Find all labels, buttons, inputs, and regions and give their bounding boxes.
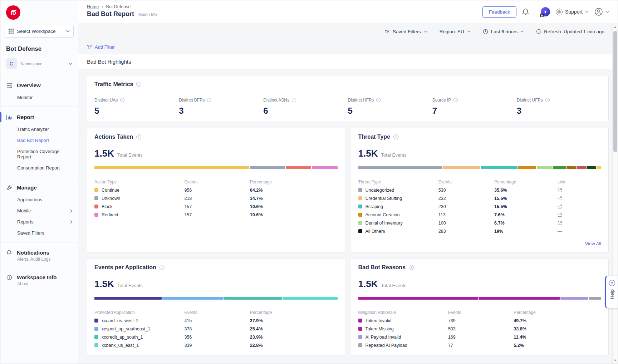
clock-icon xyxy=(483,29,488,34)
column-header: Events xyxy=(448,310,514,315)
support-menu[interactable]: @ Support xyxy=(556,9,589,15)
sidebar-item[interactable]: Consumption Report xyxy=(0,162,78,173)
table-row: Uncategorized 530 35.6% xyxy=(358,186,602,194)
legend-swatch xyxy=(358,327,362,331)
bar-segment xyxy=(286,166,311,169)
bar-segment xyxy=(250,166,285,169)
refresh-button[interactable]: Refresh: Updated 1 min ago xyxy=(536,29,604,34)
external-link-icon[interactable] xyxy=(558,196,601,201)
total-events-value: 1.5K xyxy=(94,148,114,159)
saved-filters-dropdown[interactable]: Saved Filters xyxy=(384,29,427,34)
bell-icon xyxy=(6,250,12,256)
chevron-down-icon xyxy=(605,11,609,13)
namespace-selector[interactable]: C Namespace xyxy=(0,55,78,75)
breadcrumb-home[interactable]: Home xyxy=(87,4,99,9)
external-link-icon[interactable] xyxy=(558,213,601,217)
sidebar-item[interactable]: Protection Coverage Report xyxy=(0,146,78,162)
scrollbar-thumb[interactable] xyxy=(613,31,617,152)
table-row: All Others 283 19% — xyxy=(358,227,602,235)
guide-me-link[interactable]: Guide Me xyxy=(138,12,157,17)
column-header: Percentage xyxy=(250,179,338,185)
bad-bot-reasons-card: Bad Bot Reasons 1.5K Total Events Mitiga… xyxy=(351,258,609,355)
f5-logo[interactable]: f5 xyxy=(0,0,78,21)
refresh-icon xyxy=(536,29,541,34)
sidebar: f5 Select Workspace Bot Defense C Namesp… xyxy=(0,0,78,364)
table-row: Account Creation 113 7.6% xyxy=(358,211,602,219)
table-row: AI Payload Invalid 169 11.4% xyxy=(358,333,602,341)
external-link-icon[interactable] xyxy=(558,188,601,192)
info-icon[interactable] xyxy=(393,134,398,139)
sidebar-item[interactable]: Reports xyxy=(0,216,78,227)
view-all-link[interactable]: View All xyxy=(358,241,602,246)
help-tab[interactable]: ? Help xyxy=(605,276,618,309)
bar-segment xyxy=(224,297,282,300)
card-title: Actions Taken xyxy=(94,134,133,140)
feedback-button[interactable]: Feedback xyxy=(482,6,516,18)
info-icon[interactable] xyxy=(545,98,550,102)
legend-swatch xyxy=(358,196,362,200)
info-icon[interactable] xyxy=(376,98,381,102)
sidebar-item[interactable]: Applications xyxy=(0,194,78,205)
bar-segment xyxy=(358,166,443,169)
legend-swatch xyxy=(358,213,362,217)
info-icon[interactable] xyxy=(120,98,124,102)
workspace-selector[interactable]: Select Workspace xyxy=(5,25,74,38)
column-header: Events xyxy=(184,310,250,315)
chevron-right-icon xyxy=(70,220,72,224)
sidebar-item[interactable]: Saved Filters xyxy=(0,227,78,238)
chevron-down-icon xyxy=(68,63,72,65)
table-row: xccredit_ap_south_1 356 23.9% xyxy=(94,333,338,341)
chevron-right-icon xyxy=(70,209,72,213)
info-icon[interactable] xyxy=(409,265,414,270)
sidebar-item-report[interactable]: Report xyxy=(0,110,78,124)
column-header: Link xyxy=(558,179,601,185)
sidebar-item[interactable]: Monitor xyxy=(0,92,78,103)
legend-swatch xyxy=(358,188,362,192)
bar-segment xyxy=(358,297,478,300)
region-dropdown[interactable]: Region: EU xyxy=(440,29,471,34)
column-header: Percentage xyxy=(494,179,558,185)
chevron-down-icon xyxy=(424,30,427,33)
main-area: Home › Bot Defense Bad Bot Report Guide … xyxy=(78,0,618,364)
info-icon[interactable] xyxy=(207,98,211,102)
info-icon[interactable] xyxy=(136,134,141,139)
bar-segment xyxy=(597,166,601,169)
divider xyxy=(535,8,535,16)
time-range-dropdown[interactable]: Last 6 hours xyxy=(483,29,524,34)
workspace-selector-label: Select Workspace xyxy=(17,29,56,34)
support-icon: @ xyxy=(556,9,563,15)
info-icon[interactable] xyxy=(136,82,141,87)
ai-assistant-icon[interactable]: ✦ xyxy=(541,7,550,16)
sidebar-item-workspace-info[interactable]: Workspace Info xyxy=(0,271,78,284)
external-link-icon[interactable] xyxy=(558,221,601,225)
table-row: Continue 956 64.2% xyxy=(94,186,338,194)
scroll-up-arrow[interactable]: ▲ xyxy=(613,24,618,29)
scrollbar[interactable]: ▲ ▼ xyxy=(612,24,618,364)
notifications-bell-icon[interactable] xyxy=(522,8,529,15)
user-account-menu[interactable] xyxy=(594,8,609,16)
sidebar-item[interactable]: Bad Bot Report xyxy=(0,135,78,146)
add-filter-button[interactable]: Add Filter xyxy=(87,44,115,50)
grid-icon xyxy=(9,29,14,34)
info-icon[interactable] xyxy=(292,98,296,102)
sidebar-item[interactable]: Mobile xyxy=(0,205,78,216)
nav-group-workspace-info: Workspace Info About xyxy=(0,267,78,291)
table-row: xcsport_ap_southeast_1 378 25.4% xyxy=(94,325,338,333)
info-icon[interactable] xyxy=(160,265,165,270)
info-icon[interactable] xyxy=(453,98,458,102)
table-row: Repeated AI Payload 77 5.2% xyxy=(358,341,602,349)
namespace-avatar: C xyxy=(6,58,17,69)
chevron-down-icon xyxy=(467,30,471,33)
scroll-down-arrow[interactable]: ▼ xyxy=(613,358,618,363)
sidebar-item-notifications[interactable]: Notifications xyxy=(0,246,78,259)
sidebar-item-manage[interactable]: Manage xyxy=(0,181,78,194)
legend-swatch xyxy=(94,343,98,347)
external-link-icon[interactable] xyxy=(558,205,601,209)
card-title: Events per Application xyxy=(94,264,156,271)
table-row: Scraping 230 15.5% xyxy=(358,202,602,211)
sidebar-item[interactable]: Traffic Analyzer xyxy=(0,124,78,135)
bar-segment xyxy=(566,166,576,169)
total-events-value: 1.5K xyxy=(94,279,114,290)
sidebar-item-overview[interactable]: Overview xyxy=(0,79,78,92)
bar-segment xyxy=(537,166,553,169)
